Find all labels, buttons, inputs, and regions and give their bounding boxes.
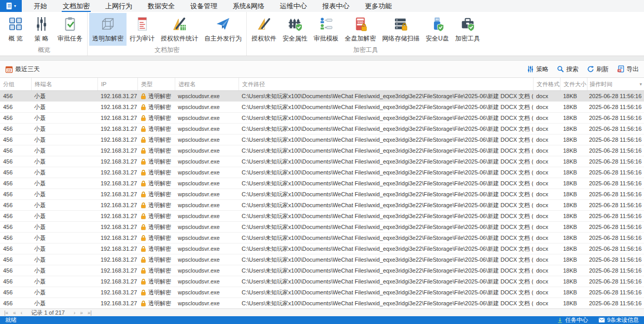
cell-terminal: 小聂 <box>31 156 97 167</box>
table-row[interactable]: 456 小聂 192.168.31.27 透明解密 wpscloudsvr.ex… <box>0 276 644 287</box>
app-menu-button[interactable]: ▾ <box>0 0 22 12</box>
cell-path: C:\Users\未知玩家x100\Documents\WeChat Files… <box>239 287 533 298</box>
table-row[interactable]: 456 小聂 192.168.31.27 透明解密 wpscloudsvr.ex… <box>0 211 644 222</box>
org-chart-icon <box>318 16 334 32</box>
export-button[interactable]: 导出 <box>617 65 639 74</box>
cell-path: C:\Users\未知玩家x100\Documents\WeChat Files… <box>239 189 533 199</box>
cell-time: 2025-06-28 11:56:16 <box>587 134 644 145</box>
cell-terminal: 小聂 <box>31 276 97 287</box>
menu-tab[interactable]: 数据安全 <box>140 0 183 12</box>
menu-tab[interactable]: 开始 <box>26 0 55 12</box>
menu-tab[interactable]: 系统&网络 <box>225 0 272 12</box>
column-header-process[interactable]: 进程名 <box>175 78 239 90</box>
cell-terminal: 小聂 <box>31 200 97 210</box>
ribbon-item-encryption-tools[interactable]: 加密工具 <box>452 13 483 46</box>
ribbon-item-overview[interactable]: 概 览 <box>3 13 29 46</box>
table-row[interactable]: 456 小聂 192.168.31.27 透明解密 wpscloudsvr.ex… <box>0 287 644 298</box>
column-header-ip[interactable]: IP <box>97 78 137 90</box>
task-center-button[interactable]: 任务中心 <box>557 316 588 324</box>
ribbon-item-transparent-encryption[interactable]: 透明加解密 <box>89 13 127 46</box>
table-row[interactable]: 456 小聂 192.168.31.27 透明解密 wpscloudsvr.ex… <box>0 134 644 145</box>
lock-icon <box>141 137 146 143</box>
table-row[interactable]: 456 小聂 192.168.31.27 透明解密 wpscloudsvr.ex… <box>0 200 644 211</box>
first-page-button[interactable]: |« <box>3 309 9 316</box>
ribbon-item-approval-tasks[interactable]: 审批任务 <box>54 13 86 46</box>
table-row[interactable]: 456 小聂 192.168.31.27 透明解密 wpscloudsvr.ex… <box>0 244 644 254</box>
column-menu-caret-icon[interactable]: ▾ <box>639 78 642 90</box>
table-row[interactable]: 456 小聂 192.168.31.27 透明解密 wpscloudsvr.ex… <box>0 265 644 276</box>
menu-tab[interactable]: 设备管理 <box>183 0 225 12</box>
download-icon <box>557 317 563 323</box>
cell-group: 456 <box>0 265 31 276</box>
cell-ip: 192.168.31.27 <box>97 222 137 232</box>
table-row[interactable]: 456 小聂 192.168.31.27 透明解密 wpscloudsvr.ex… <box>0 189 644 200</box>
ribbon-item-full-disk-encryption[interactable]: SSD 全盘加解密 <box>342 13 379 46</box>
table-row[interactable]: 456 小聂 192.168.31.27 透明解密 wpscloudsvr.ex… <box>0 222 644 233</box>
menu-tab[interactable]: 上网行为 <box>97 0 140 12</box>
cell-type: 透明解密 <box>137 91 175 101</box>
status-bar: 就绪 任务中心 9条未读信息 <box>0 316 644 324</box>
cell-time: 2025-06-28 11:56:16 <box>587 156 644 167</box>
column-header-size[interactable]: 文件大小 <box>560 78 587 90</box>
ribbon-item-licensed-software-stats[interactable]: 授权软件统计 <box>158 13 201 46</box>
refresh-button[interactable]: 刷新 <box>587 65 609 74</box>
unread-messages-button[interactable]: 9条未读信息 <box>598 316 639 324</box>
ribbon-item-behavior-audit[interactable]: 行为审计 <box>127 13 158 46</box>
column-header-type[interactable]: 类型 <box>137 78 175 90</box>
table-row[interactable]: 456 小聂 192.168.31.27 透明解密 wpscloudsvr.ex… <box>0 145 644 156</box>
cell-size: 18KB <box>560 145 587 156</box>
table-row[interactable]: 456 小聂 192.168.31.27 透明解密 wpscloudsvr.ex… <box>0 167 644 178</box>
cell-format: docx <box>533 276 560 287</box>
ribbon-item-licensed-software[interactable]: 授权软件 <box>248 13 279 46</box>
table-row[interactable]: 456 小聂 192.168.31.27 透明解密 wpscloudsvr.ex… <box>0 156 644 167</box>
table-row[interactable]: 456 小聂 192.168.31.27 透明解密 wpscloudsvr.ex… <box>0 233 644 244</box>
cell-process: wpscloudsvr.exe <box>175 167 239 178</box>
cell-process: wpscloudsvr.exe <box>175 134 239 145</box>
column-header-time[interactable]: 操作时间 ▾ <box>587 78 644 90</box>
cell-time: 2025-06-28 11:56:16 <box>587 102 644 112</box>
table-row[interactable]: 456 小聂 192.168.31.27 透明解密 wpscloudsvr.ex… <box>0 298 644 308</box>
column-header-group[interactable]: 分组 <box>0 78 31 90</box>
ribbon-item-self-outgoing-behavior[interactable]: 自主外发行为 <box>201 13 245 46</box>
fast-prev-button[interactable]: « <box>12 309 17 316</box>
policy-button[interactable]: 策略 <box>527 65 549 74</box>
table-row[interactable]: 456 小聂 192.168.31.27 透明解密 wpscloudsvr.ex… <box>0 254 644 265</box>
next-page-button[interactable]: › <box>73 309 76 316</box>
date-filter-button[interactable]: 23 最近三天 <box>5 65 40 74</box>
cell-process: wpscloudsvr.exe <box>175 102 239 112</box>
ribbon-item-secure-usb[interactable]: 安全U盘 <box>423 13 452 46</box>
cell-terminal: 小聂 <box>31 244 97 254</box>
cell-ip: 192.168.31.27 <box>97 91 137 101</box>
column-header-terminal[interactable]: 终端名 <box>31 78 97 90</box>
table-row[interactable]: 456 小聂 192.168.31.27 透明解密 wpscloudsvr.ex… <box>0 102 644 113</box>
menu-tab[interactable]: 更多功能 <box>357 0 400 12</box>
table-row[interactable]: 456 小聂 192.168.31.27 透明解密 wpscloudsvr.ex… <box>0 124 644 134</box>
search-button[interactable]: 搜索 <box>557 65 579 74</box>
cell-format: docx <box>533 298 560 308</box>
ribbon-item-policy[interactable]: 策 略 <box>29 13 54 46</box>
menu-tabs: 开始 文档加密 上网行为 数据安全 设备管理 系统&网络 运维中心 报表中心 更… <box>26 0 400 12</box>
cell-group: 456 <box>0 124 31 134</box>
table-row[interactable]: 456 小聂 192.168.31.27 透明解密 wpscloudsvr.ex… <box>0 113 644 124</box>
ribbon-item-approval-templates[interactable]: 审批模板 <box>311 13 342 46</box>
table-row[interactable]: 456 小聂 192.168.31.27 透明解密 wpscloudsvr.ex… <box>0 178 644 189</box>
cell-size: 18KB <box>560 178 587 188</box>
menu-tab[interactable]: 文档加密 <box>55 0 97 12</box>
lock-icon <box>141 180 146 187</box>
cell-group: 456 <box>0 233 31 243</box>
column-header-path[interactable]: 文件路径 <box>239 78 533 90</box>
ribbon-item-security-attributes[interactable]: 安全属性 <box>279 13 311 46</box>
fast-next-button[interactable]: » <box>79 309 84 316</box>
column-header-format[interactable]: 文件格式 <box>533 78 560 90</box>
last-page-button[interactable]: »| <box>87 309 93 316</box>
table-row[interactable]: 456 小聂 192.168.31.27 透明解密 wpscloudsvr.ex… <box>0 91 644 102</box>
cell-ip: 192.168.31.27 <box>97 287 137 298</box>
menu-tab[interactable]: 运维中心 <box>272 0 315 12</box>
lock-icon <box>141 300 146 307</box>
cell-size: 18KB <box>560 222 587 232</box>
cell-path: C:\Users\未知玩家x100\Documents\WeChat Files… <box>239 102 533 112</box>
menu-tab[interactable]: 报表中心 <box>315 0 357 12</box>
lock-icon <box>141 246 146 252</box>
prev-page-button[interactable]: ‹ <box>20 309 23 316</box>
ribbon-item-network-storage-scan[interactable]: 网络存储扫描 <box>379 13 423 46</box>
